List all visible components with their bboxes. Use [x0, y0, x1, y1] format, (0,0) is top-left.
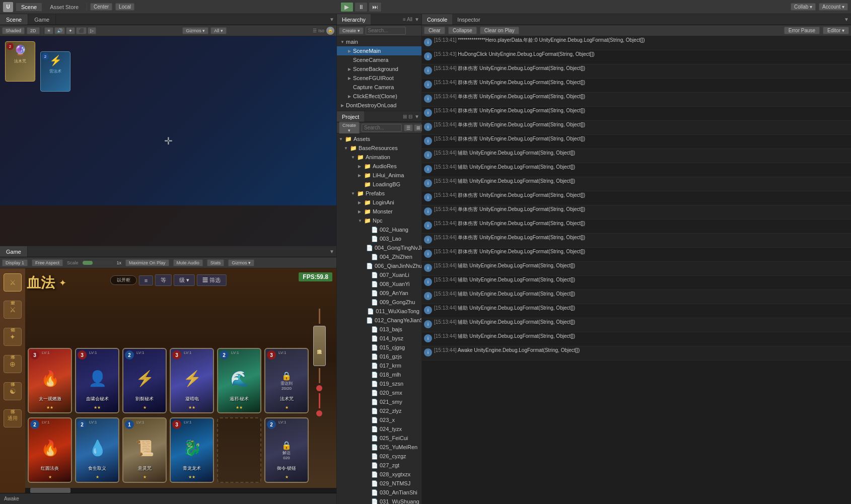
play-btn[interactable]: ▶: [340, 2, 353, 12]
p-prefabs[interactable]: ▼ 📁 Prefabs: [337, 189, 421, 198]
p-030antianshi[interactable]: 📄030_AnTianShi: [337, 488, 421, 497]
log-entry-21[interactable]: i [15:13:44] 辅助 UnityEngine.Debug.LogFor…: [422, 332, 851, 346]
card-locked-1[interactable]: 3 LV:1 🔒 需达到20/20 法术咒 ★: [264, 348, 309, 413]
project-search[interactable]: [362, 124, 402, 132]
project-create-btn[interactable]: Create ▾: [339, 122, 360, 134]
project-collapse[interactable]: ▼: [414, 114, 419, 119]
hierarchy-collapse[interactable]: ▼: [414, 17, 419, 22]
side-icon-yong[interactable]: 通用: [4, 409, 22, 427]
h-item-scenebg[interactable]: ▶ SceneBackground: [337, 64, 421, 74]
log-entry-4[interactable]: i [15:13:44] 单体伤害 UnityEngine.Debug.LogF…: [422, 93, 851, 107]
p-027zgt[interactable]: 📄027_zgt: [337, 461, 421, 470]
p-017krm[interactable]: 📄017_krm: [337, 361, 421, 370]
collab-btn[interactable]: Collab ▾: [791, 3, 816, 11]
p-006qianjin[interactable]: 📄006_QianJinNvZhu: [337, 261, 421, 270]
p-012chang[interactable]: 📄012_ChangYeJianSheng: [337, 316, 421, 325]
editor-btn[interactable]: Editor ▾: [823, 27, 849, 34]
game-scrollbar[interactable]: [25, 488, 336, 493]
asset-store-tab-btn[interactable]: Asset Store: [45, 3, 84, 11]
log-entry-18[interactable]: i [15:13:44] 辅助 UnityEngine.Debug.LogFor…: [422, 290, 851, 304]
log-entry-10[interactable]: i [15:13:44] 辅助 UnityEngine.Debug.LogFor…: [422, 177, 851, 191]
shaded-btn[interactable]: Shaded: [2, 27, 25, 34]
p-003lao[interactable]: 📄003_Lao: [337, 234, 421, 243]
log-entry-3[interactable]: i [15:13:44] 群体伤害 UnityEngine.Debug.LogF…: [422, 79, 851, 93]
p-016gzjs[interactable]: 📄016_gzjs: [337, 352, 421, 361]
game-collapse-btn[interactable]: ▼: [329, 249, 334, 254]
p-013bajs[interactable]: 📄013_bajs: [337, 325, 421, 334]
side-icon-jindian[interactable]: ⚔: [4, 273, 22, 292]
game-tab[interactable]: Game: [0, 246, 28, 257]
hierarchy-tab[interactable]: Hierarchy: [337, 14, 371, 25]
card-taiyi[interactable]: 3 LV:1 🔥 太一观燃激 ★★: [28, 348, 72, 413]
p-029ntmsj[interactable]: 📄029_NTMSJ: [337, 479, 421, 488]
h-item-scenefgui[interactable]: ▶ SceneFGUIRoot: [337, 74, 421, 83]
h-item-capturecam[interactable]: Capture Camera: [337, 83, 421, 92]
anim-btn[interactable]: ▷: [88, 27, 96, 34]
lock-indicator[interactable]: 🔒: [326, 27, 334, 35]
card-xuexiao[interactable]: 3 LV:1 👤 血啸会秘术 ★★: [75, 348, 119, 413]
local-btn[interactable]: Local: [115, 3, 134, 11]
scene-tab-btn[interactable]: Scene: [16, 3, 42, 11]
p-025feicui[interactable]: 📄025_FeiCui: [337, 434, 421, 443]
2d-btn[interactable]: 2D: [27, 27, 40, 34]
log-entry-9[interactable]: i [15:13:44] 辅助 UnityEngine.Debug.LogFor…: [422, 163, 851, 177]
h-item-scenecamera[interactable]: SceneCamera: [337, 55, 421, 64]
p-lihui[interactable]: ▶ 📁 LiHui_Anima: [337, 171, 421, 180]
project-icons[interactable]: ⊞ ⊟: [403, 114, 412, 119]
hierarchy-search[interactable]: [366, 27, 406, 35]
project-view-list[interactable]: ☰: [404, 124, 413, 131]
p-004gongtingny[interactable]: 📄004_GongTingNvJiangJun: [337, 243, 421, 252]
p-025yumeiren[interactable]: 📄025_YuMeiRen: [337, 443, 421, 452]
clear-btn[interactable]: Clear: [424, 27, 445, 34]
all-filter-btn[interactable]: All ▾: [210, 27, 227, 34]
side-icon-haishu[interactable]: ☯: [4, 382, 22, 400]
card-hongyuan[interactable]: 2 LV:1 🔥 红圆法炎 ★: [28, 417, 72, 483]
p-021smy[interactable]: 📄021_smy: [337, 397, 421, 406]
log-entry-5[interactable]: i [15:13:44] 群体伤害 UnityEngine.Debug.LogF…: [422, 107, 851, 121]
p-audiores[interactable]: ▶ 📁 AudioRes: [337, 162, 421, 171]
grade-ctrl-btn[interactable]: 级 ▾: [174, 274, 195, 286]
clear-on-play-btn[interactable]: Clear on Play: [480, 27, 519, 34]
p-002huang[interactable]: 📄002_Huang: [337, 225, 421, 234]
h-item-scenemain[interactable]: ▶ SceneMain: [337, 46, 421, 55]
p-015cjgsg[interactable]: 📄015_cjgsg: [337, 343, 421, 352]
log-entry-0[interactable]: i [15:13:41] **************Hero.playerDa…: [422, 36, 851, 50]
log-entry-16[interactable]: i [15:13:44] 辅助 UnityEngine.Debug.LogFor…: [422, 262, 851, 276]
p-011wuxiao[interactable]: 📄011_WuXiaoTong: [337, 307, 421, 316]
p-loadingbg[interactable]: 📁 LoadingBG: [337, 180, 421, 189]
p-009gongzhu[interactable]: 📄009_GongZhu: [337, 298, 421, 307]
aspect-btn[interactable]: Free Aspect: [32, 259, 63, 266]
p-009anyan[interactable]: 📄009_AnYan: [337, 289, 421, 298]
filter-btn[interactable]: ☰ 筛选: [197, 274, 226, 286]
scene-tab[interactable]: Scene: [0, 14, 28, 25]
card-ningqing[interactable]: 3 LV:1 ⚡ 凝晴电 ★★: [170, 348, 214, 413]
audio-btn[interactable]: 🔊: [54, 27, 65, 34]
log-entry-6[interactable]: i [15:13:44] 单体伤害 UnityEngine.Debug.LogF…: [422, 121, 851, 135]
h-item-dontdestroy[interactable]: ▶ DontDestroyOnLoad: [337, 101, 421, 110]
hierarchy-filter[interactable]: ≡ All: [403, 17, 412, 22]
p-monster[interactable]: ▶ 📁 Monster: [337, 207, 421, 216]
p-019szsn[interactable]: 📄019_szsn: [337, 379, 421, 388]
inspector-tab[interactable]: Inspector: [452, 14, 485, 25]
log-entry-8[interactable]: i [15:13:44] 辅助 UnityEngine.Debug.LogFor…: [422, 149, 851, 163]
log-entry-14[interactable]: i [15:13:44] 单体伤害 UnityEngine.Debug.LogF…: [422, 234, 851, 248]
p-026cyzgz[interactable]: 📄026_cyzgz: [337, 452, 421, 461]
step-btn[interactable]: ⏭: [369, 2, 382, 12]
collapse-btn[interactable]: Collapse: [448, 27, 477, 34]
error-pause-btn[interactable]: Error Pause: [784, 27, 820, 34]
gizmos-btn[interactable]: Gizmos ▾: [182, 27, 208, 34]
center-btn[interactable]: Center: [90, 3, 112, 11]
p-020smx[interactable]: 📄020_smx: [337, 388, 421, 397]
side-icon-jianxiu[interactable]: ⚔: [4, 301, 22, 319]
p-022zlyz[interactable]: 📄022_zlyz: [337, 406, 421, 415]
account-btn[interactable]: Account ▾: [819, 3, 848, 11]
log-entry-11[interactable]: i [15:13:44] 群体伤害 UnityEngine.Debug.LogF…: [422, 191, 851, 205]
log-entry-22[interactable]: i [15:13:44] Awake UnityEngine.Debug.Log…: [422, 346, 851, 361]
scale-slider[interactable]: [83, 261, 113, 265]
p-004zhizhen[interactable]: 📄004_ZhiZhen: [337, 252, 421, 261]
card-gelie[interactable]: 2 LV:1 ⚡ 割裂秘术 ★: [122, 348, 167, 413]
side-icon-tixiu[interactable]: ⊕: [4, 355, 22, 373]
log-entry-20[interactable]: i [15:13:44] 辅助 UnityEngine.Debug.LogFor…: [422, 318, 851, 332]
hierarchy-create-btn[interactable]: Create ▾: [339, 27, 364, 34]
log-entry-15[interactable]: i [15:13:44] 群体伤害 UnityEngine.Debug.LogF…: [422, 248, 851, 262]
